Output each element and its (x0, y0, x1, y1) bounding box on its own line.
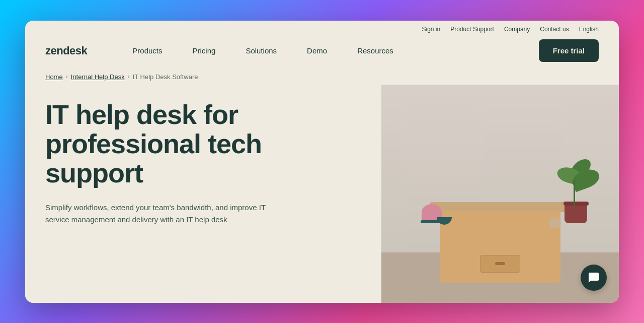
breadcrumb-home[interactable]: Home (45, 73, 63, 81)
language-link[interactable]: English (579, 26, 599, 33)
utility-bar: Sign in Product Support Company Contact … (25, 21, 619, 33)
desk-drawer-handle (495, 262, 505, 265)
nav-links: Products Pricing Solutions Demo Resource… (117, 46, 538, 55)
hero-content: IT help desk for professional tech suppo… (25, 85, 381, 303)
main-nav: zendesk Products Pricing Solutions Demo … (25, 33, 619, 69)
desk-drawer (480, 255, 520, 273)
chat-icon (588, 272, 600, 284)
breadcrumb-sep-1: › (66, 73, 68, 80)
nav-demo[interactable]: Demo (292, 46, 342, 55)
nav-solutions[interactable]: Solutions (230, 46, 292, 55)
browser-window: Sign in Product Support Company Contact … (25, 21, 619, 303)
desk (430, 202, 571, 283)
product-support-link[interactable]: Product Support (450, 26, 494, 33)
logo[interactable]: zendesk (45, 44, 87, 57)
breadcrumb-current: IT Help Desk Software (133, 73, 198, 81)
company-link[interactable]: Company (504, 26, 530, 33)
desk-top (430, 202, 571, 212)
nav-resources[interactable]: Resources (342, 46, 409, 55)
pot-rim (564, 202, 589, 206)
sign-in-link[interactable]: Sign in (422, 26, 440, 33)
breadcrumb: Home › Internal Help Desk › IT Help Desk… (25, 69, 619, 85)
free-trial-button[interactable]: Free trial (539, 39, 599, 62)
breadcrumb-internal-help-desk[interactable]: Internal Help Desk (71, 73, 125, 81)
roll-item (548, 218, 561, 228)
hero-subtitle: Simplify workflows, extend your team's b… (45, 202, 287, 226)
chat-button[interactable] (581, 265, 607, 291)
hero-section: IT help desk for professional tech suppo… (25, 85, 619, 303)
plant (565, 203, 589, 223)
plant-stem (574, 180, 575, 206)
hero-image (381, 85, 619, 303)
pot (565, 206, 587, 223)
nav-products[interactable]: Products (117, 46, 177, 55)
desk-body (440, 211, 560, 283)
bowl (437, 217, 452, 225)
contact-us-link[interactable]: Contact us (540, 26, 569, 33)
hero-title: IT help desk for professional tech suppo… (45, 100, 361, 188)
breadcrumb-sep-2: › (128, 73, 130, 80)
teal-bowl (437, 217, 452, 225)
nav-pricing[interactable]: Pricing (178, 46, 231, 55)
